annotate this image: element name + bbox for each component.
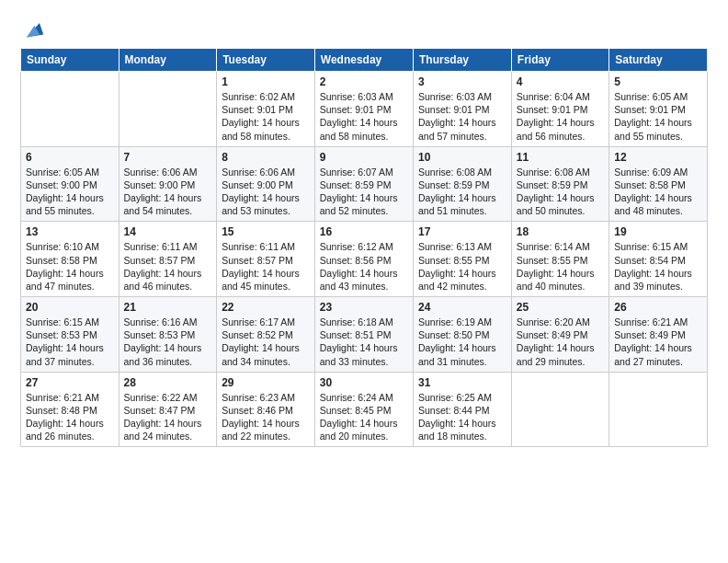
day-number: 4 [517, 75, 604, 88]
day-number: 15 [222, 225, 310, 238]
cell-info: Sunrise: 6:16 AM [124, 316, 212, 328]
cell-info: Sunrise: 6:08 AM [418, 166, 506, 178]
day-number: 3 [418, 75, 506, 88]
calendar-week-5: 27Sunrise: 6:21 AMSunset: 8:48 PMDayligh… [21, 372, 708, 447]
calendar-cell [21, 72, 119, 147]
cell-info: Daylight: 14 hours and 37 minutes. [26, 341, 114, 367]
day-number: 8 [222, 151, 310, 164]
cell-info: Daylight: 14 hours and 47 minutes. [26, 267, 114, 293]
cell-info: Daylight: 14 hours and 31 minutes. [418, 341, 506, 367]
calendar-cell: 9Sunrise: 6:07 AMSunset: 8:59 PMDaylight… [314, 146, 413, 222]
calendar-cell: 29Sunrise: 6:23 AMSunset: 8:46 PMDayligh… [217, 372, 315, 447]
day-number: 27 [26, 376, 114, 389]
cell-info: Sunrise: 6:10 AM [26, 240, 114, 253]
calendar-cell: 10Sunrise: 6:08 AMSunset: 8:59 PMDayligh… [413, 146, 511, 222]
calendar-cell: 26Sunrise: 6:21 AMSunset: 8:49 PMDayligh… [609, 297, 708, 373]
cell-info: Sunset: 8:45 PM [320, 404, 408, 417]
calendar-cell: 22Sunrise: 6:17 AMSunset: 8:52 PMDayligh… [217, 297, 315, 373]
day-number: 31 [418, 376, 506, 389]
cell-info: Sunrise: 6:20 AM [517, 316, 604, 328]
calendar-cell: 18Sunrise: 6:14 AMSunset: 8:55 PMDayligh… [511, 222, 609, 297]
calendar-header-thursday: Thursday [413, 49, 511, 72]
calendar-cell: 19Sunrise: 6:15 AMSunset: 8:54 PMDayligh… [609, 222, 708, 297]
calendar-header-tuesday: Tuesday [217, 49, 315, 72]
cell-info: Sunrise: 6:19 AM [418, 316, 506, 328]
cell-info: Sunset: 8:53 PM [26, 328, 114, 341]
day-number: 23 [320, 301, 408, 314]
cell-info: Daylight: 14 hours and 56 minutes. [517, 116, 604, 142]
cell-info: Sunrise: 6:22 AM [124, 391, 212, 404]
cell-info: Sunrise: 6:11 AM [222, 240, 310, 253]
cell-info: Sunset: 9:01 PM [222, 103, 310, 116]
cell-info: Sunset: 8:55 PM [418, 254, 506, 267]
cell-info: Sunset: 9:00 PM [26, 178, 114, 191]
calendar-cell: 7Sunrise: 6:06 AMSunset: 9:00 PMDaylight… [119, 146, 217, 222]
cell-info: Sunrise: 6:03 AM [320, 90, 408, 103]
day-number: 1 [222, 75, 310, 88]
cell-info: Daylight: 14 hours and 45 minutes. [222, 267, 310, 293]
cell-info: Sunrise: 6:21 AM [614, 316, 702, 328]
day-number: 16 [320, 225, 408, 238]
day-number: 5 [614, 75, 702, 88]
cell-info: Sunrise: 6:03 AM [418, 90, 506, 103]
cell-info: Sunset: 9:01 PM [517, 103, 604, 116]
day-number: 9 [320, 151, 408, 164]
calendar: SundayMondayTuesdayWednesdayThursdayFrid… [20, 48, 708, 447]
cell-info: Daylight: 14 hours and 46 minutes. [124, 267, 212, 293]
cell-info: Sunrise: 6:21 AM [26, 391, 114, 404]
cell-info: Sunset: 8:59 PM [320, 178, 408, 191]
calendar-cell: 13Sunrise: 6:10 AMSunset: 8:58 PMDayligh… [21, 222, 119, 297]
cell-info: Sunset: 8:49 PM [614, 328, 702, 341]
cell-info: Sunrise: 6:23 AM [222, 391, 310, 404]
cell-info: Sunset: 8:44 PM [418, 404, 506, 417]
calendar-cell: 27Sunrise: 6:21 AMSunset: 8:48 PMDayligh… [21, 372, 119, 447]
cell-info: Daylight: 14 hours and 27 minutes. [614, 341, 702, 367]
calendar-cell [511, 372, 609, 447]
calendar-cell: 17Sunrise: 6:13 AMSunset: 8:55 PMDayligh… [413, 222, 511, 297]
calendar-cell: 15Sunrise: 6:11 AMSunset: 8:57 PMDayligh… [217, 222, 315, 297]
cell-info: Daylight: 14 hours and 55 minutes. [614, 116, 702, 142]
day-number: 7 [124, 151, 212, 164]
day-number: 21 [124, 301, 212, 314]
cell-info: Sunset: 8:47 PM [124, 404, 212, 417]
cell-info: Sunrise: 6:15 AM [26, 316, 114, 328]
cell-info: Sunrise: 6:05 AM [26, 166, 114, 178]
cell-info: Sunset: 8:46 PM [222, 404, 310, 417]
cell-info: Daylight: 14 hours and 40 minutes. [517, 267, 604, 293]
cell-info: Daylight: 14 hours and 34 minutes. [222, 341, 310, 367]
cell-info: Sunset: 8:49 PM [517, 328, 604, 341]
day-number: 26 [614, 301, 702, 314]
cell-info: Sunset: 8:48 PM [26, 404, 114, 417]
day-number: 12 [614, 151, 702, 164]
cell-info: Daylight: 14 hours and 58 minutes. [320, 116, 408, 142]
cell-info: Daylight: 14 hours and 18 minutes. [418, 417, 506, 442]
calendar-cell: 25Sunrise: 6:20 AMSunset: 8:49 PMDayligh… [511, 297, 609, 373]
calendar-cell: 23Sunrise: 6:18 AMSunset: 8:51 PMDayligh… [314, 297, 413, 373]
calendar-header-saturday: Saturday [609, 49, 708, 72]
calendar-week-4: 20Sunrise: 6:15 AMSunset: 8:53 PMDayligh… [21, 297, 708, 373]
day-number: 22 [222, 301, 310, 314]
calendar-cell: 4Sunrise: 6:04 AMSunset: 9:01 PMDaylight… [511, 72, 609, 147]
cell-info: Sunset: 9:01 PM [320, 103, 408, 116]
cell-info: Sunrise: 6:18 AM [320, 316, 408, 328]
day-number: 30 [320, 376, 408, 389]
day-number: 10 [418, 151, 506, 164]
logo-icon [20, 17, 46, 42]
cell-info: Sunset: 9:00 PM [222, 178, 310, 191]
day-number: 6 [26, 151, 114, 164]
calendar-cell: 3Sunrise: 6:03 AMSunset: 9:01 PMDaylight… [413, 72, 511, 147]
day-number: 2 [320, 75, 408, 88]
cell-info: Daylight: 14 hours and 42 minutes. [418, 267, 506, 293]
day-number: 28 [124, 376, 212, 389]
cell-info: Daylight: 14 hours and 55 minutes. [26, 191, 114, 217]
cell-info: Daylight: 14 hours and 20 minutes. [320, 417, 408, 442]
day-number: 20 [26, 301, 114, 314]
day-number: 13 [26, 225, 114, 238]
cell-info: Sunrise: 6:06 AM [222, 166, 310, 178]
cell-info: Sunset: 8:52 PM [222, 328, 310, 341]
calendar-cell [119, 72, 217, 147]
cell-info: Sunrise: 6:25 AM [418, 391, 506, 404]
cell-info: Sunset: 8:57 PM [124, 254, 212, 267]
cell-info: Sunrise: 6:12 AM [320, 240, 408, 253]
cell-info: Daylight: 14 hours and 54 minutes. [124, 191, 212, 217]
